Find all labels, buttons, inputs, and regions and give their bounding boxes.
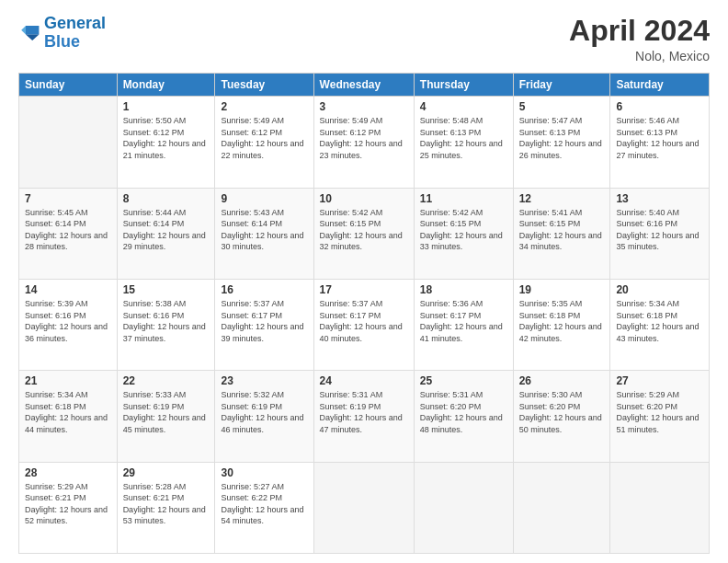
day-info: Sunrise: 5:49 AMSunset: 6:12 PMDaylight:… <box>320 115 408 161</box>
day-info: Sunrise: 5:48 AMSunset: 6:13 PMDaylight:… <box>420 115 507 161</box>
day-info: Sunrise: 5:29 AMSunset: 6:21 PMDaylight:… <box>25 481 111 527</box>
day-cell: 23Sunrise: 5:32 AMSunset: 6:19 PMDayligh… <box>215 371 313 462</box>
page: General Blue April 2024 Nolo, Mexico Sun… <box>0 0 728 563</box>
day-cell: 20Sunrise: 5:34 AMSunset: 6:18 PMDayligh… <box>610 279 710 370</box>
day-cell: 17Sunrise: 5:37 AMSunset: 6:17 PMDayligh… <box>313 279 414 370</box>
day-number: 8 <box>123 192 210 205</box>
location: Nolo, Mexico <box>569 49 710 63</box>
day-info: Sunrise: 5:31 AMSunset: 6:19 PMDaylight:… <box>320 389 408 435</box>
week-row-3: 14Sunrise: 5:39 AMSunset: 6:16 PMDayligh… <box>19 279 710 370</box>
day-cell: 14Sunrise: 5:39 AMSunset: 6:16 PMDayligh… <box>19 279 118 370</box>
day-number: 9 <box>221 192 307 205</box>
day-cell: 28Sunrise: 5:29 AMSunset: 6:21 PMDayligh… <box>19 462 118 553</box>
day-info: Sunrise: 5:29 AMSunset: 6:20 PMDaylight:… <box>616 389 703 435</box>
day-info: Sunrise: 5:39 AMSunset: 6:16 PMDaylight:… <box>25 298 111 344</box>
weekday-header-thursday: Thursday <box>414 74 513 97</box>
day-number: 4 <box>420 100 507 113</box>
weekday-header-saturday: Saturday <box>610 74 710 97</box>
day-number: 2 <box>221 100 307 113</box>
day-number: 29 <box>123 466 210 479</box>
day-info: Sunrise: 5:49 AMSunset: 6:12 PMDaylight:… <box>221 115 307 161</box>
day-number: 10 <box>320 192 408 205</box>
svg-marker-0 <box>26 26 39 35</box>
day-info: Sunrise: 5:45 AMSunset: 6:14 PMDaylight:… <box>25 207 111 253</box>
day-number: 24 <box>320 374 408 387</box>
day-number: 21 <box>25 374 111 387</box>
day-info: Sunrise: 5:28 AMSunset: 6:21 PMDaylight:… <box>123 481 210 527</box>
day-number: 22 <box>123 374 210 387</box>
day-number: 12 <box>519 192 605 205</box>
day-info: Sunrise: 5:31 AMSunset: 6:20 PMDaylight:… <box>420 389 507 435</box>
day-info: Sunrise: 5:27 AMSunset: 6:22 PMDaylight:… <box>221 481 307 527</box>
day-cell: 10Sunrise: 5:42 AMSunset: 6:15 PMDayligh… <box>313 188 414 279</box>
svg-marker-2 <box>21 26 26 35</box>
day-cell: 27Sunrise: 5:29 AMSunset: 6:20 PMDayligh… <box>610 371 710 462</box>
day-number: 19 <box>519 283 605 296</box>
day-number: 6 <box>616 100 703 113</box>
header: General Blue April 2024 Nolo, Mexico <box>18 15 710 63</box>
day-info: Sunrise: 5:37 AMSunset: 6:17 PMDaylight:… <box>221 298 307 344</box>
weekday-header-tuesday: Tuesday <box>215 74 313 97</box>
day-cell <box>610 462 710 553</box>
week-row-4: 21Sunrise: 5:34 AMSunset: 6:18 PMDayligh… <box>19 371 710 462</box>
day-info: Sunrise: 5:43 AMSunset: 6:14 PMDaylight:… <box>221 207 307 253</box>
day-number: 13 <box>616 192 703 205</box>
day-cell: 2Sunrise: 5:49 AMSunset: 6:12 PMDaylight… <box>215 97 313 188</box>
day-info: Sunrise: 5:30 AMSunset: 6:20 PMDaylight:… <box>519 389 605 435</box>
logo-text: General Blue <box>44 15 106 52</box>
day-info: Sunrise: 5:34 AMSunset: 6:18 PMDaylight:… <box>616 298 703 344</box>
day-number: 30 <box>221 466 307 479</box>
day-cell: 30Sunrise: 5:27 AMSunset: 6:22 PMDayligh… <box>215 462 313 553</box>
day-cell <box>414 462 513 553</box>
day-info: Sunrise: 5:34 AMSunset: 6:18 PMDaylight:… <box>25 389 111 435</box>
day-cell: 25Sunrise: 5:31 AMSunset: 6:20 PMDayligh… <box>414 371 513 462</box>
day-number: 20 <box>616 283 703 296</box>
day-info: Sunrise: 5:36 AMSunset: 6:17 PMDaylight:… <box>420 298 507 344</box>
day-number: 11 <box>420 192 507 205</box>
day-info: Sunrise: 5:42 AMSunset: 6:15 PMDaylight:… <box>320 207 408 253</box>
day-info: Sunrise: 5:38 AMSunset: 6:16 PMDaylight:… <box>123 298 210 344</box>
day-number: 3 <box>320 100 408 113</box>
day-number: 16 <box>221 283 307 296</box>
day-number: 15 <box>123 283 210 296</box>
day-number: 27 <box>616 374 703 387</box>
day-cell: 29Sunrise: 5:28 AMSunset: 6:21 PMDayligh… <box>117 462 215 553</box>
day-cell: 18Sunrise: 5:36 AMSunset: 6:17 PMDayligh… <box>414 279 513 370</box>
month-title: April 2024 <box>569 15 710 47</box>
title-block: April 2024 Nolo, Mexico <box>569 15 710 63</box>
day-cell: 21Sunrise: 5:34 AMSunset: 6:18 PMDayligh… <box>19 371 118 462</box>
logo-general: General <box>44 14 106 32</box>
week-row-1: 1Sunrise: 5:50 AMSunset: 6:12 PMDaylight… <box>19 97 710 188</box>
day-number: 18 <box>420 283 507 296</box>
day-cell: 11Sunrise: 5:42 AMSunset: 6:15 PMDayligh… <box>414 188 513 279</box>
day-cell: 26Sunrise: 5:30 AMSunset: 6:20 PMDayligh… <box>513 371 610 462</box>
day-number: 23 <box>221 374 307 387</box>
day-cell: 24Sunrise: 5:31 AMSunset: 6:19 PMDayligh… <box>313 371 414 462</box>
day-info: Sunrise: 5:37 AMSunset: 6:17 PMDaylight:… <box>320 298 408 344</box>
day-cell: 1Sunrise: 5:50 AMSunset: 6:12 PMDaylight… <box>117 97 215 188</box>
logo-icon <box>18 24 40 42</box>
day-info: Sunrise: 5:46 AMSunset: 6:13 PMDaylight:… <box>616 115 703 161</box>
svg-marker-1 <box>26 34 39 40</box>
day-info: Sunrise: 5:33 AMSunset: 6:19 PMDaylight:… <box>123 389 210 435</box>
day-number: 5 <box>519 100 605 113</box>
day-number: 25 <box>420 374 507 387</box>
day-cell: 4Sunrise: 5:48 AMSunset: 6:13 PMDaylight… <box>414 97 513 188</box>
day-number: 14 <box>25 283 111 296</box>
day-cell: 8Sunrise: 5:44 AMSunset: 6:14 PMDaylight… <box>117 188 215 279</box>
day-info: Sunrise: 5:42 AMSunset: 6:15 PMDaylight:… <box>420 207 507 253</box>
week-row-2: 7Sunrise: 5:45 AMSunset: 6:14 PMDaylight… <box>19 188 710 279</box>
logo: General Blue <box>18 15 106 52</box>
day-info: Sunrise: 5:40 AMSunset: 6:16 PMDaylight:… <box>616 207 703 253</box>
day-number: 17 <box>320 283 408 296</box>
day-number: 1 <box>123 100 210 113</box>
day-number: 7 <box>25 192 111 205</box>
weekday-header-wednesday: Wednesday <box>313 74 414 97</box>
day-info: Sunrise: 5:41 AMSunset: 6:15 PMDaylight:… <box>519 207 605 253</box>
weekday-header-row: SundayMondayTuesdayWednesdayThursdayFrid… <box>19 74 710 97</box>
day-cell: 13Sunrise: 5:40 AMSunset: 6:16 PMDayligh… <box>610 188 710 279</box>
day-number: 26 <box>519 374 605 387</box>
day-cell: 6Sunrise: 5:46 AMSunset: 6:13 PMDaylight… <box>610 97 710 188</box>
day-cell <box>19 97 118 188</box>
day-cell: 22Sunrise: 5:33 AMSunset: 6:19 PMDayligh… <box>117 371 215 462</box>
